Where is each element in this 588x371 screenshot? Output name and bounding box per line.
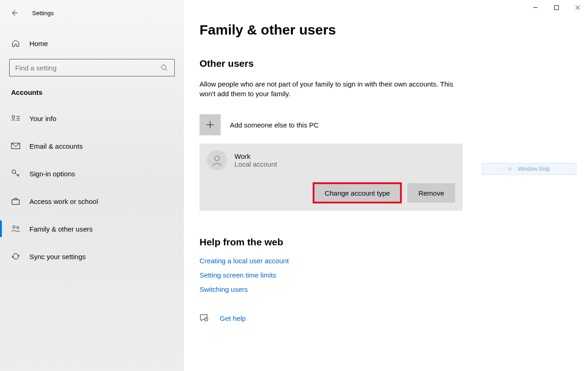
sidebar-item-your-info[interactable]: Your info	[0, 104, 184, 132]
other-users-description: Allow people who are not part of your fa…	[200, 79, 457, 99]
briefcase-icon	[11, 197, 20, 206]
snip-dot-icon	[508, 168, 511, 170]
other-users-heading: Other users	[200, 58, 588, 69]
sidebar-item-work[interactable]: Access work or school	[0, 187, 184, 215]
key-icon	[11, 169, 20, 178]
svg-rect-7	[554, 6, 559, 10]
user-actions: Change account type Remove	[207, 183, 455, 203]
sidebar-home[interactable]: Home	[0, 39, 184, 48]
help-links: Creating a local user account Setting sc…	[200, 257, 588, 293]
sidebar-item-label: Family & other users	[29, 225, 93, 233]
sidebar-item-label: Sign-in options	[29, 170, 75, 178]
user-panel[interactable]: Work Local account Change account type R…	[200, 144, 462, 211]
user-name: Work	[234, 152, 277, 160]
sidebar-item-label: Sync your settings	[29, 253, 86, 261]
page-title: Family & other users	[200, 22, 588, 38]
svg-point-3	[12, 170, 16, 174]
minimize-button[interactable]	[525, 0, 546, 15]
sidebar-home-label: Home	[29, 40, 48, 47]
svg-point-0	[161, 65, 166, 70]
main-content: Family & other users Other users Allow p…	[184, 0, 588, 371]
sidebar-item-label: Your info	[29, 115, 57, 122]
search-icon	[160, 63, 169, 72]
person-card-icon	[11, 114, 20, 123]
add-user-label: Add someone else to this PC	[230, 121, 319, 129]
window-snip-overlay: Window Snip	[482, 163, 577, 175]
close-button[interactable]	[567, 0, 588, 15]
settings-sidebar: Settings Home Accounts Your info Email &…	[0, 0, 184, 371]
back-arrow-icon[interactable]	[10, 9, 18, 17]
sidebar-item-label: Access work or school	[29, 197, 98, 205]
window-controls	[525, 0, 588, 15]
titlebar: Settings	[0, 4, 184, 22]
sync-icon	[11, 252, 20, 261]
add-user-button[interactable]: Add someone else to this PC	[200, 114, 588, 135]
svg-point-8	[215, 156, 219, 161]
home-icon	[11, 39, 20, 48]
sidebar-item-email[interactable]: Email & accounts	[0, 132, 184, 160]
maximize-button[interactable]	[546, 0, 567, 15]
app-title: Settings	[32, 10, 54, 17]
search-box[interactable]	[9, 59, 175, 76]
sidebar-section-title: Accounts	[0, 76, 184, 104]
avatar-icon	[207, 150, 227, 170]
svg-point-6	[17, 226, 19, 229]
chat-help-icon: ?	[200, 313, 209, 323]
plus-icon	[200, 114, 221, 135]
sidebar-item-sync[interactable]: Sync your settings	[0, 243, 184, 270]
svg-point-5	[13, 226, 15, 228]
svg-point-1	[12, 116, 15, 118]
remove-button[interactable]: Remove	[407, 183, 455, 203]
search-input[interactable]	[15, 64, 160, 72]
sidebar-item-signin[interactable]: Sign-in options	[0, 160, 184, 187]
user-header: Work Local account	[207, 150, 455, 170]
sidebar-item-family[interactable]: Family & other users	[0, 215, 184, 243]
people-icon	[11, 224, 20, 233]
help-link-switching[interactable]: Switching users	[200, 285, 588, 293]
svg-text:?: ?	[206, 318, 207, 321]
svg-rect-4	[12, 200, 19, 204]
get-help-link[interactable]: Get help	[220, 314, 246, 322]
help-link-screen-time[interactable]: Setting screen time limits	[200, 271, 588, 279]
sidebar-item-label: Email & accounts	[29, 142, 83, 150]
mail-icon	[11, 141, 20, 151]
help-heading: Help from the web	[200, 237, 588, 248]
snip-label: Window Snip	[518, 166, 550, 172]
help-link-local-account[interactable]: Creating a local user account	[200, 257, 588, 265]
user-type: Local account	[234, 160, 277, 168]
change-account-type-button[interactable]: Change account type	[314, 183, 401, 203]
get-help-row[interactable]: ? Get help	[200, 313, 588, 323]
